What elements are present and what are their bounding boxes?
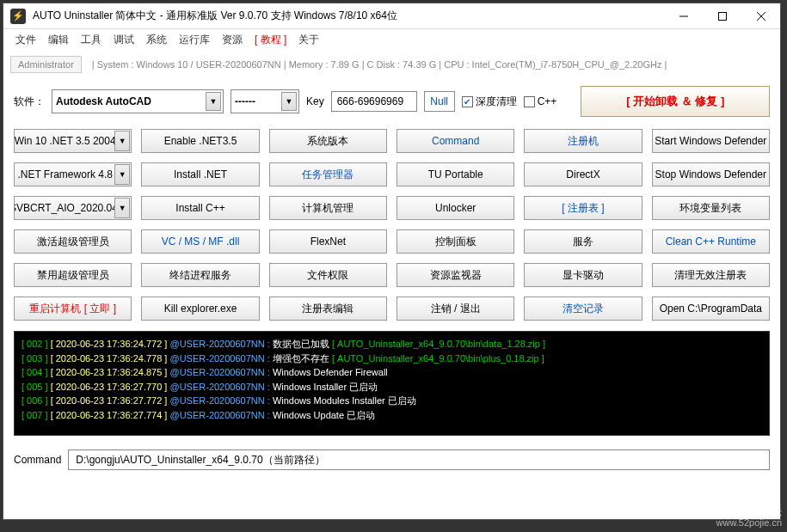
menu-item[interactable]: 系统 — [141, 31, 172, 49]
chevron-down-icon: ▼ — [281, 92, 297, 111]
window-title: AUTO Uninstaller 简体中文 - 通用标准版 Ver 9.0.70… — [33, 9, 664, 23]
maximize-button[interactable] — [703, 3, 741, 28]
tool-button[interactable]: Stop Windows Defender — [652, 162, 770, 187]
menu-item[interactable]: 工具 — [76, 31, 107, 49]
tool-button[interactable]: Enable .NET3.5 — [141, 129, 259, 153]
command-label: Command — [14, 454, 61, 466]
chevron-down-icon: ▼ — [114, 131, 130, 151]
tool-button[interactable]: VC / MS / MF .dll — [141, 229, 259, 254]
svg-rect-1 — [718, 12, 726, 20]
tool-button[interactable]: [ 注册表 ] — [524, 196, 642, 220]
tool-button[interactable]: 文件权限 — [269, 263, 387, 287]
tool-button[interactable]: .NET Framework 4.8▼ — [14, 162, 132, 187]
tool-button[interactable]: 环境变量列表 — [652, 196, 770, 220]
log-line: [ 007 ] [ 2020-06-23 17:36:27.774 ] @USE… — [22, 408, 762, 423]
watermark: 吾爱破解论坛 www.52pojie.cn — [716, 506, 782, 529]
tool-button[interactable]: Unlocker — [397, 196, 514, 220]
tool-button[interactable]: Install C++ — [141, 196, 259, 220]
key-input[interactable]: 666-69696969 — [331, 91, 417, 112]
tool-button[interactable]: 禁用超级管理员 — [14, 263, 132, 287]
deep-clean-checkbox[interactable]: ✔深度清理 — [462, 95, 517, 109]
tool-button[interactable]: 重启计算机 [ 立即 ] — [14, 297, 132, 321]
tool-button[interactable]: 系统版本 — [269, 129, 387, 153]
tool-button[interactable]: Win 10 .NET 3.5 2004▼ — [14, 129, 132, 153]
log-line: [ 004 ] [ 2020-06-23 17:36:24.875 ] @USE… — [22, 365, 762, 380]
menu-item[interactable]: [ 教程 ] — [249, 31, 292, 49]
log-line: [ 005 ] [ 2020-06-23 17:36:27.770 ] @USE… — [22, 380, 762, 394]
key-label: Key — [306, 95, 324, 107]
tool-button[interactable]: 激活超级管理员 — [14, 229, 132, 254]
info-bar: Administrator | System : Windows 10 / US… — [3, 50, 780, 79]
tool-button[interactable]: Open C:\ProgramData — [652, 297, 770, 321]
tool-button[interactable]: 终结进程服务 — [141, 263, 259, 287]
tool-button[interactable]: 注册机 — [524, 129, 642, 153]
software-select[interactable]: Autodesk AutoCAD ▼ — [52, 89, 224, 113]
tool-button[interactable]: 清理无效注册表 — [652, 263, 770, 287]
menubar: 文件编辑工具调试系统运行库资源[ 教程 ]关于 — [3, 29, 780, 50]
tool-button[interactable]: DirectX — [524, 162, 642, 187]
tool-button[interactable]: MSVBCRT_AIO_2020.04....▼ — [14, 196, 132, 220]
null-button[interactable]: Null — [424, 91, 455, 112]
tool-button[interactable]: 计算机管理 — [269, 196, 387, 220]
app-icon: ⚡ — [10, 9, 26, 24]
menu-item[interactable]: 运行库 — [174, 31, 215, 49]
tool-button[interactable]: 任务管理器 — [269, 162, 387, 187]
close-button[interactable] — [741, 3, 780, 28]
tool-button[interactable]: 控制面板 — [397, 229, 514, 254]
tool-button[interactable]: Kill explorer.exe — [141, 297, 259, 321]
version-select[interactable]: ------ ▼ — [231, 89, 299, 113]
tool-button[interactable]: 注册表编辑 — [269, 297, 387, 321]
menu-item[interactable]: 调试 — [108, 31, 139, 49]
tool-button[interactable]: Install .NET — [141, 162, 259, 187]
tool-button[interactable]: 服务 — [524, 229, 642, 254]
chevron-down-icon: ▼ — [114, 198, 130, 218]
tool-button[interactable]: 资源监视器 — [397, 263, 514, 287]
tool-button[interactable]: 注销 / 退出 — [397, 297, 514, 321]
tool-button[interactable]: FlexNet — [269, 229, 387, 254]
admin-badge: Administrator — [10, 56, 82, 73]
tool-button[interactable]: TU Portable — [397, 162, 514, 187]
tool-button[interactable]: 清空记录 — [524, 297, 642, 321]
chevron-down-icon: ▼ — [114, 164, 130, 185]
menu-item[interactable]: 文件 — [10, 31, 41, 49]
software-label: 软件： — [14, 95, 45, 109]
log-output: [ 002 ] [ 2020-06-23 17:36:24.772 ] @USE… — [14, 331, 770, 436]
log-line: [ 002 ] [ 2020-06-23 17:36:24.772 ] @USE… — [22, 337, 762, 352]
log-line: [ 006 ] [ 2020-06-23 17:36:27.772 ] @USE… — [22, 394, 762, 408]
uninstall-repair-button[interactable]: [ 开始卸载 ＆ 修复 ] — [581, 86, 770, 117]
tool-button[interactable]: Command — [397, 129, 514, 153]
minimize-button[interactable] — [664, 3, 703, 28]
menu-item[interactable]: 资源 — [217, 31, 248, 49]
cpp-checkbox[interactable]: C++ — [524, 95, 557, 107]
software-value: Autodesk AutoCAD — [56, 95, 151, 107]
menu-item[interactable]: 编辑 — [43, 31, 74, 49]
system-info: | System : Windows 10 / USER-20200607NN … — [92, 59, 667, 70]
log-line: [ 003 ] [ 2020-06-23 17:36:24.778 ] @USE… — [22, 352, 762, 366]
titlebar: ⚡ AUTO Uninstaller 简体中文 - 通用标准版 Ver 9.0.… — [3, 3, 780, 29]
version-value: ------ — [235, 95, 255, 107]
tool-button[interactable]: 显卡驱动 — [524, 263, 642, 287]
chevron-down-icon: ▼ — [206, 92, 221, 111]
tool-button[interactable]: Start Windows Defender — [652, 129, 770, 153]
tool-button[interactable]: Clean C++ Runtime — [652, 229, 770, 254]
menu-item[interactable]: 关于 — [293, 31, 324, 49]
command-input[interactable]: D:\gongju\AUTO_Uninstaller_x64_9.0.70（当前… — [68, 449, 770, 470]
